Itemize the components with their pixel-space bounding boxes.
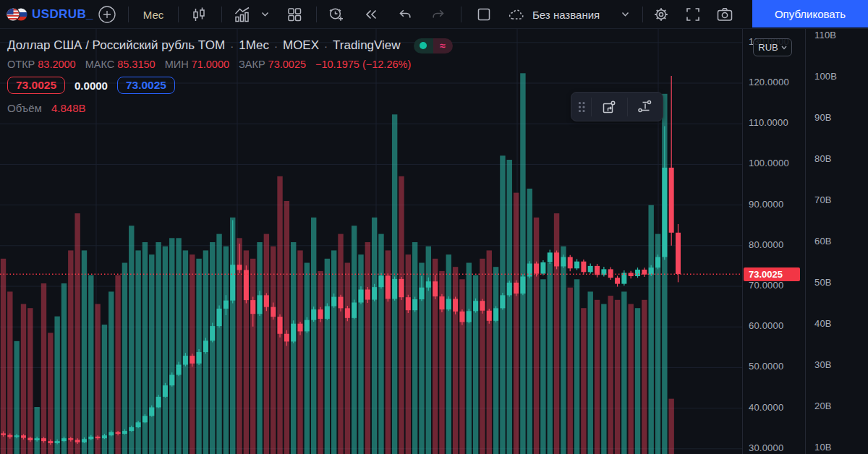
candle-body [183,356,188,364]
volume-bar [305,263,310,454]
candle-body [163,385,168,397]
low-label: МИН [165,59,189,70]
candle-body [278,317,283,334]
exchange-label[interactable]: MOEX [283,38,319,53]
candle-body [169,375,174,386]
symbol-flags-logo[interactable] [5,3,30,26]
candle-body [136,422,141,427]
candle-body [358,289,363,302]
volume-bar [453,267,458,454]
chart-style-button[interactable] [187,3,211,26]
candle-body [345,308,350,317]
candle-body [372,287,377,299]
sell-price-button[interactable]: 73.0025 [7,77,65,94]
cloud-save-button[interactable] [503,3,529,26]
provider-label[interactable]: TradingView [333,38,401,53]
price-axis[interactable]: 130.0000120.0000110.0000100.000090.00008… [742,29,805,454]
close-value: 73.0025 [268,59,306,70]
volume-bar [163,247,168,454]
volume-axis-label: 10B [814,442,832,453]
volume-axis[interactable]: 110B100B90B80B70B60B50B40B30B20B10B [805,29,868,454]
buy-price-button[interactable]: 73.0025 [117,77,175,94]
undo-arrow-icon [396,6,414,23]
publish-button[interactable]: Опубликовать [752,0,868,27]
volume-bar [540,279,545,454]
candle-body [203,340,208,352]
volume-bar [264,234,269,454]
candle-body [595,266,600,275]
undo-button[interactable] [393,3,417,26]
candle-body [311,309,316,320]
usd-rub-flags-icon [5,6,30,23]
volume-bar [216,234,221,454]
bar-replay-button[interactable] [359,3,383,26]
candle-body [35,438,40,440]
candle-body [298,324,303,332]
candle-body [406,297,411,310]
low-value: 71.0000 [192,59,229,70]
candle-body [459,312,464,322]
candle-body [48,441,53,443]
interval-button[interactable]: Мес [135,3,172,26]
candle-body [574,262,579,269]
chevron-down-icon [621,12,629,17]
snapshot-button[interactable] [712,3,738,26]
vertical-line-tool-button[interactable] [628,93,663,121]
symbol-search-button[interactable]: USDRUB_ [32,3,93,26]
candle-body [102,435,107,438]
volume-bar [82,250,87,454]
create-alert-button[interactable] [323,3,349,26]
layout-name-chevron[interactable] [616,3,634,26]
candle-body [378,275,383,287]
price-axis-label: 50.0000 [749,361,783,372]
volume-bar [554,213,559,454]
volume-bar [75,213,80,454]
candle-body [453,299,458,311]
indicators-chevron-button[interactable] [257,3,273,26]
gear-icon [652,5,671,24]
volume-bar [446,254,451,454]
settings-button[interactable] [648,3,674,26]
indicators-button[interactable] [229,3,256,26]
candle-body [615,278,620,283]
redo-button[interactable] [427,3,450,26]
volume-bar [480,259,485,454]
volume-bar [149,254,154,454]
select-layout-button[interactable] [472,3,496,26]
volume-bar [95,304,100,454]
interval-label[interactable]: 1Мес [239,38,269,53]
candle-body [339,297,344,309]
volume-bar [372,218,377,454]
candle-body [75,440,80,442]
market-status-capsule[interactable]: ≈ [414,38,453,53]
price-axis-label: 60.0000 [749,320,783,331]
candle-body [1,433,6,434]
candle-body [264,295,269,307]
volume-bar [365,242,370,454]
anchored-move-tool-button[interactable] [592,93,627,121]
candle-body [21,435,26,437]
candle-body [635,270,640,276]
candle-body [655,257,660,268]
candle-body [399,279,404,297]
fullscreen-button[interactable] [680,3,706,26]
volume-bar [176,238,181,454]
volume-bar [297,250,302,454]
drag-handle[interactable] [571,101,591,113]
candle-body [41,438,46,441]
candle-body [142,416,148,422]
volume-bar [635,308,640,454]
symbol-title[interactable]: Доллар США / Российский рубль TOM [7,38,225,53]
alarm-clock-plus-icon [327,5,346,24]
candle-body [325,307,330,319]
candle-body [548,252,553,262]
price-axis-label: 120.0000 [749,77,789,87]
compare-add-button[interactable] [95,3,119,26]
volume-legend[interactable]: Объём 4.848B [7,102,453,114]
layout-templates-button[interactable] [282,3,307,26]
open-value: 83.2000 [38,59,75,70]
volume-bar [399,176,404,454]
volume-bar [88,275,93,454]
currency-dropdown[interactable]: RUB [753,38,792,56]
layout-name-button[interactable]: Без названия [532,3,600,26]
